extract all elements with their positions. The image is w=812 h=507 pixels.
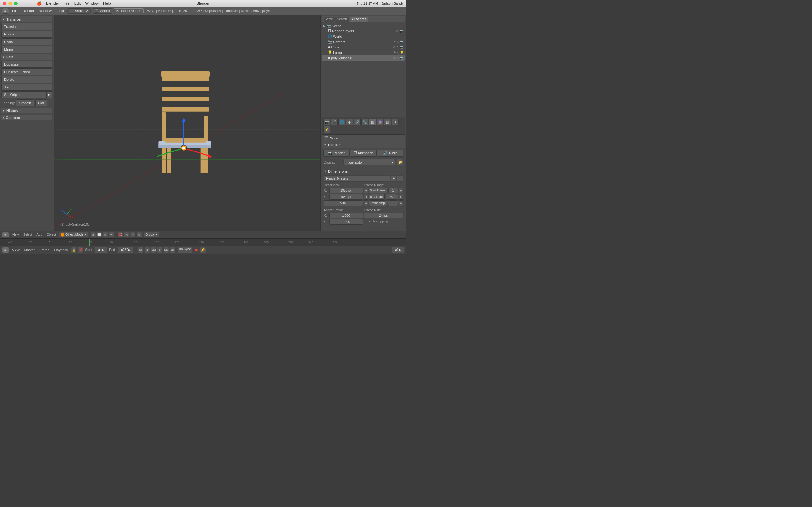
time-pin-btn[interactable]: 📌 — [78, 247, 83, 253]
duplicate-linked-button[interactable]: Duplicate Linked — [1, 68, 52, 75]
help-menu[interactable]: Help — [103, 1, 111, 6]
outliner-world-row[interactable]: 🌐 World — [322, 34, 405, 39]
snap-btn[interactable]: 🧲 — [117, 232, 123, 238]
maximize-button[interactable] — [14, 2, 18, 5]
frame-step-down-btn[interactable]: ◀ — [364, 200, 368, 206]
transform-orientation[interactable]: Global ▼ — [144, 232, 159, 238]
polysurface-restrict-icon[interactable]: 📷 — [400, 56, 403, 60]
object-mode-select[interactable]: Object Mode ▼ — [59, 232, 89, 238]
extra-btn[interactable]: ⊕ — [136, 232, 142, 238]
pb-marker-label[interactable]: Marker — [23, 248, 36, 252]
start-frame-input[interactable]: ◀ 1 ▶ — [95, 247, 107, 253]
minimize-button[interactable] — [8, 2, 12, 5]
workspace-selector[interactable]: ⊞ Default ✕ — [67, 8, 91, 14]
outliner-renderlayers-row[interactable]: 🎞 RenderLayers 👁 📷 — [322, 29, 405, 34]
display-select[interactable]: Image Editor ▼ — [343, 159, 395, 165]
renderlayers-eye-icon[interactable]: 👁 — [396, 30, 399, 33]
render-engine-selector[interactable]: Blender Render — [113, 8, 144, 13]
props-material-icon[interactable]: 🔮 — [376, 118, 384, 125]
aspect-y-value[interactable]: 1.000 — [329, 219, 363, 225]
dim-header[interactable]: ▼ Dimensions — [324, 169, 403, 174]
apple-menu[interactable]: 🍎 — [37, 1, 42, 6]
props-constraints-icon[interactable]: 🔗 — [354, 118, 361, 125]
animation-button[interactable]: 🎞 Animation — [350, 150, 376, 157]
outliner-camera-row[interactable]: 📷 Camera 👁 ↖ 📷 — [322, 39, 405, 44]
audio-button[interactable]: 🔊 Audio — [377, 150, 403, 157]
play-back-btn[interactable]: ◀◀ — [151, 247, 156, 253]
props-render-icon[interactable]: 📷 — [323, 118, 330, 125]
blender-icon-btn[interactable]: ◈ — [2, 8, 9, 14]
rotate-button[interactable]: Rotate — [1, 31, 52, 38]
sync-dropdown[interactable]: No Sync — [177, 247, 193, 253]
window-menu-item[interactable]: Window — [38, 8, 54, 13]
tab-search[interactable]: Search — [335, 17, 349, 21]
operator-section-header[interactable]: ▶ Operator — [1, 115, 52, 120]
props-object-icon[interactable]: ◆ — [346, 118, 353, 125]
step-back-btn[interactable]: ◀ — [144, 247, 150, 253]
frame-step-up-btn[interactable]: ▶ — [399, 200, 403, 206]
time-lock-btn[interactable]: 🔒 — [71, 247, 77, 253]
lamp-eye-icon[interactable]: 👁 — [393, 51, 396, 54]
3d-viewport[interactable]: User Persp — [54, 14, 320, 231]
props-modifiers-icon[interactable]: 🔧 — [361, 118, 368, 125]
tab-all-scenes[interactable]: All Scenes — [350, 17, 368, 21]
vs-view-btn[interactable]: View — [11, 233, 20, 236]
wire-shade-btn[interactable]: ⬜ — [96, 232, 102, 238]
polysurface-eye-icon[interactable]: 👁 — [393, 56, 396, 60]
camera-restrict-icon[interactable]: 📷 — [400, 40, 403, 43]
outliner-polysurface-row[interactable]: ◆ polySurface105 👁 ↖ 📷 — [322, 55, 405, 60]
play-btn[interactable]: ▶ — [157, 247, 163, 253]
render-button[interactable]: 📷 Render — [323, 150, 350, 157]
set-origin-dropdown[interactable]: ▶ — [47, 91, 52, 98]
cube-eye-icon[interactable]: 👁 — [393, 45, 396, 49]
render-presets-label[interactable]: Render Presets — [324, 175, 390, 181]
smooth-button[interactable]: Smooth — [16, 100, 34, 107]
cube-cursor-icon[interactable]: ↖ — [397, 45, 399, 49]
scale-button[interactable]: Scale — [1, 38, 52, 45]
proportional-btn[interactable]: ◎ — [124, 232, 130, 238]
material-shade-btn[interactable]: ◈ — [102, 232, 108, 238]
vs-select-btn[interactable]: Select — [22, 233, 34, 236]
res-y-value[interactable]: 1080 px — [329, 194, 363, 200]
lamp-cursor-icon[interactable]: ↖ — [397, 51, 399, 54]
frame-rate-value[interactable]: 24 fps — [364, 213, 403, 218]
history-section-header[interactable]: ▼ History — [1, 108, 52, 113]
viewport-statusbar-icon[interactable]: ◈ — [2, 232, 9, 238]
end-frame-up-btn[interactable]: ▶ — [399, 194, 403, 200]
start-frame-down-btn[interactable]: ◀ — [364, 187, 368, 193]
edit-menu[interactable]: Edit — [74, 1, 81, 6]
render-shade-btn[interactable]: ★ — [108, 232, 114, 238]
grease-btn[interactable]: ✏ — [130, 232, 136, 238]
solid-shade-btn[interactable]: ◉ — [90, 232, 96, 238]
join-button[interactable]: Join — [1, 83, 52, 91]
cube-restrict-icon[interactable]: 📷 — [400, 45, 403, 49]
lamp-restrict-icon[interactable]: 💡 — [400, 51, 403, 54]
res-percent-value[interactable]: 50% — [324, 200, 363, 206]
display-folder-icon[interactable]: 📁 — [397, 159, 403, 165]
mirror-button[interactable]: Mirror — [1, 46, 52, 53]
flat-button[interactable]: Flat — [35, 100, 47, 107]
close-button[interactable] — [3, 2, 6, 5]
res-x-value[interactable]: 1920 px — [329, 187, 363, 193]
help-menu-item[interactable]: Help — [55, 8, 66, 13]
props-texture-icon[interactable]: 🖼 — [384, 118, 391, 125]
vs-object-btn[interactable]: Object — [45, 233, 57, 236]
polysurface-cursor-icon[interactable]: ↖ — [397, 56, 399, 60]
end-frame-down-btn[interactable]: ◀ — [364, 194, 368, 200]
set-origin-button[interactable]: Set Origin — [1, 91, 47, 98]
pb-frame-label[interactable]: Frame — [38, 248, 51, 252]
outliner-lamp-row[interactable]: 💡 Lamp 👁 ↖ 💡 — [322, 50, 405, 55]
props-world-icon[interactable]: 🌐 — [339, 118, 345, 125]
record-button[interactable]: ⏺ — [194, 248, 198, 252]
jump-start-btn[interactable]: ⏮ — [138, 247, 144, 253]
start-frame-value[interactable]: 1 — [388, 187, 398, 193]
step-forward-btn[interactable]: ▶▶ — [163, 247, 169, 253]
renderlayers-render-icon[interactable]: 📷 — [400, 30, 403, 33]
duplicate-button[interactable]: Duplicate — [1, 61, 52, 68]
vs-add-btn[interactable]: Add — [35, 233, 44, 236]
presets-add-button[interactable]: + — [391, 175, 397, 181]
props-data-icon[interactable]: ▦ — [369, 118, 376, 125]
tab-view[interactable]: View — [324, 17, 335, 21]
jump-end-btn[interactable]: ⏭ — [170, 247, 175, 253]
edit-section-header[interactable]: ▼ Edit — [1, 54, 52, 60]
